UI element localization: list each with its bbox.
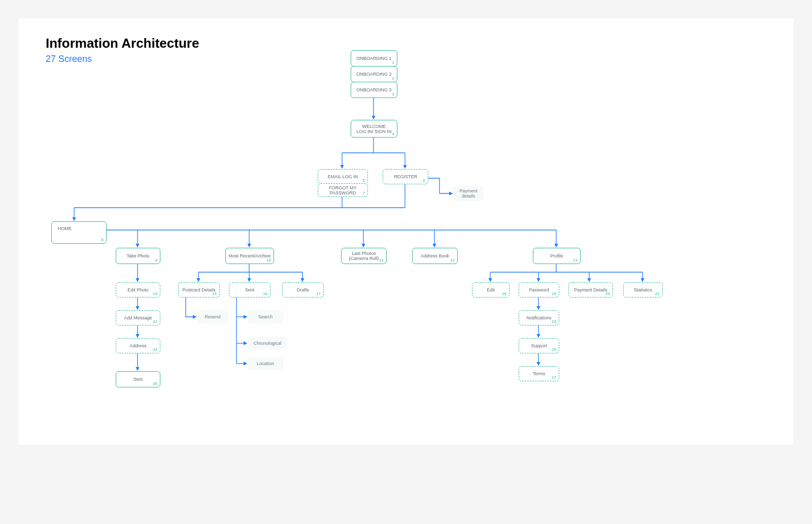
num: 26	[153, 381, 157, 386]
node-onboarding-3: ONBOARDING 3 3	[351, 82, 397, 98]
node-welcome: WELCOME LOG IN/ SIGN IN 4	[351, 120, 397, 138]
num: 24	[153, 347, 157, 352]
node-support: Support 25	[519, 338, 559, 353]
label: Payment Details	[574, 287, 607, 292]
node-last-photos: Last Photos (Camerra Roll) 11	[341, 248, 387, 264]
label: Resend	[205, 314, 220, 319]
label: Sent	[245, 287, 255, 292]
num: 4	[392, 132, 394, 136]
label: Search	[258, 314, 273, 319]
num: 3	[392, 92, 394, 96]
label: Add Message	[124, 315, 152, 320]
num: 20	[605, 291, 610, 296]
line1: WELCOME	[362, 124, 386, 129]
num: 8	[101, 238, 104, 242]
label: Statistics	[634, 287, 652, 292]
label: Chronological	[253, 341, 281, 346]
node-forgot: FORGOT MY PASSWORD 7	[318, 183, 368, 197]
node-chronological: Chronological	[248, 337, 287, 350]
node-most-recent: Most Recent/Archive 10	[225, 248, 274, 264]
node-home: HOME 8	[51, 221, 107, 244]
label: Edit Photo	[127, 287, 149, 292]
node-resend: Resend	[197, 310, 228, 323]
node-edit-photo: Edit Photo 14	[116, 282, 160, 298]
num: 21	[655, 291, 660, 296]
node-onboarding-2: ONBOARDING 2 2	[351, 66, 397, 82]
num: 14	[153, 291, 157, 296]
node-postcard-details: Postcard Details 15	[178, 282, 220, 298]
label: Address	[129, 343, 146, 348]
num: 15	[212, 291, 217, 296]
num: 22	[153, 319, 157, 324]
label: Sent	[133, 377, 143, 382]
label: HOME	[58, 226, 72, 231]
node-terms: Terms 27	[519, 366, 559, 381]
label: Profile	[550, 253, 563, 258]
line1: Last Photos	[352, 251, 376, 256]
node-notifications: Notifications 23	[519, 310, 559, 325]
label: ONBOARDING 2	[356, 72, 391, 77]
num: 11	[379, 258, 384, 263]
num: 17	[316, 291, 321, 296]
label: EMAIL LOG IN	[328, 174, 358, 179]
node-address-book: Address Book 12	[412, 248, 458, 264]
label: Postcard Details	[182, 287, 216, 292]
num: 18	[502, 291, 506, 296]
node-statistics: Statistics 21	[623, 282, 663, 298]
num: 13	[573, 258, 578, 263]
node-add-message: Add Message 22	[116, 310, 160, 325]
node-address: Address 24	[116, 338, 160, 353]
num: 19	[552, 291, 556, 296]
node-register: REGISTER 6	[383, 169, 428, 184]
label: REGISTER	[394, 174, 417, 179]
node-payment-details: Payment Details 20	[568, 282, 613, 298]
node-search: Search	[248, 310, 283, 323]
label: Terms	[533, 371, 546, 376]
node-payment-details-aux: Payment details	[453, 186, 484, 201]
node-onboarding-1: ONBOARDING 1 1	[351, 50, 397, 67]
label: Drafts	[297, 287, 309, 292]
label: Location	[257, 361, 274, 366]
label: Most Recent/Archive	[228, 253, 270, 258]
node-location: Location	[248, 357, 283, 370]
label: FORGOT MY PASSWORD	[318, 185, 367, 195]
line2: (Camerra Roll)	[349, 256, 379, 261]
label: Edit	[487, 287, 495, 292]
label: Password	[529, 287, 549, 292]
label: Notifications	[526, 315, 551, 320]
num: 1	[392, 60, 394, 65]
label: Address Book	[421, 253, 449, 258]
num: 16	[263, 291, 267, 296]
node-sent-final: Sent 26	[116, 371, 160, 387]
label: Take Photo	[126, 253, 149, 258]
label: Payment details	[453, 188, 484, 199]
label: ONBOARDING 1	[356, 56, 391, 61]
node-email-login: EMAIL LOG IN 5	[318, 169, 368, 184]
label: Support	[531, 343, 547, 348]
node-drafts: Drafts 17	[282, 282, 324, 298]
node-profile: Profile 13	[533, 248, 581, 264]
label: ONBOARDING 3	[356, 87, 391, 92]
node-take-photo: Take Photo 9	[116, 248, 160, 264]
num: 10	[266, 258, 271, 263]
num: 25	[552, 347, 556, 352]
num: 7	[363, 191, 365, 195]
num: 23	[552, 319, 556, 324]
node-sent: Sent 16	[229, 282, 270, 298]
num: 5	[363, 178, 365, 183]
num: 27	[552, 375, 556, 380]
num: 9	[155, 258, 157, 263]
node-password: Password 19	[519, 282, 559, 298]
num: 2	[392, 76, 394, 81]
node-edit: Edit 18	[472, 282, 510, 298]
num: 12	[450, 258, 455, 263]
line2: LOG IN/ SIGN IN	[356, 129, 391, 134]
num: 6	[423, 178, 425, 183]
